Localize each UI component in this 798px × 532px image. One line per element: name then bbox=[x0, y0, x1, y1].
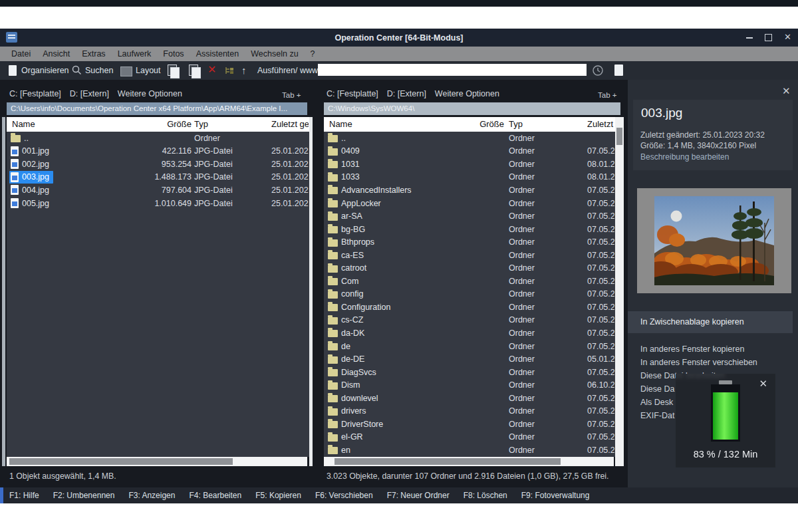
table-row[interactable]: 1033 Ordner 08.01.2 bbox=[324, 171, 615, 184]
left-new-tab-button[interactable]: Tab + bbox=[282, 91, 301, 99]
table-row[interactable]: downlevel Ordner 07.05.2 bbox=[324, 392, 615, 405]
folder-name-cell[interactable]: .. bbox=[327, 132, 350, 145]
column-modified[interactable]: Zuletzt ge bbox=[271, 119, 309, 129]
folder-name-cell[interactable]: en bbox=[327, 444, 354, 457]
folder-name-cell[interactable]: 1033 bbox=[327, 171, 364, 184]
folder-name-cell[interactable]: bg-BG bbox=[327, 223, 369, 236]
up-arrow-icon[interactable]: ↑ bbox=[241, 65, 247, 76]
function-key-button[interactable]: F3: Anzeigen bbox=[128, 491, 175, 500]
menu-item[interactable]: Ansicht bbox=[37, 49, 76, 59]
table-row[interactable]: 001.jpg 422.116 JPG-Datei 25.01.202 bbox=[7, 145, 309, 158]
folder-name-cell[interactable]: 1031 bbox=[327, 158, 364, 171]
menu-item[interactable]: ? bbox=[305, 49, 321, 59]
column-size[interactable]: Größe bbox=[479, 119, 504, 129]
table-row[interactable]: ca-ES Ordner 07.05.2 bbox=[324, 249, 615, 262]
table-row[interactable]: DiagSvcs Ordner 07.05.2 bbox=[324, 366, 615, 379]
right-path-bar[interactable]: C:\Windows\SysWOW64\ bbox=[324, 102, 620, 115]
column-type[interactable]: Typ bbox=[194, 119, 208, 129]
table-row[interactable]: bg-BG Ordner 07.05.2 bbox=[324, 223, 615, 236]
menu-item[interactable]: Wechseln zu bbox=[245, 49, 304, 59]
table-row[interactable]: 005.jpg 1.010.649 JPG-Datei 25.01.202 bbox=[7, 197, 309, 210]
left-horizontal-scrollbar[interactable] bbox=[7, 457, 307, 466]
folder-name-cell[interactable]: DiagSvcs bbox=[327, 366, 380, 379]
tab-drive-d[interactable]: D: [Extern] bbox=[387, 89, 426, 98]
folder-name-cell[interactable]: Configuration bbox=[327, 301, 394, 314]
table-row[interactable]: AppLocker Ordner 07.05.2 bbox=[324, 197, 615, 210]
table-row[interactable]: 003.jpg 1.488.173 JPG-Datei 25.01.202 bbox=[7, 171, 309, 184]
delete-icon[interactable]: ✕ bbox=[207, 63, 216, 76]
menu-item[interactable]: Datei bbox=[5, 49, 37, 59]
function-key-button[interactable]: F8: Löschen bbox=[464, 491, 507, 500]
tab-more-options[interactable]: Weitere Optionen bbox=[118, 89, 182, 98]
table-row[interactable]: drivers Ordner 07.05.2 bbox=[324, 404, 615, 418]
search-icon[interactable] bbox=[72, 65, 82, 75]
table-row[interactable]: el-GR Ordner 07.05.2 bbox=[324, 431, 615, 444]
folder-name-cell[interactable]: config bbox=[327, 288, 367, 301]
file-name-cell[interactable]: .. bbox=[9, 132, 33, 145]
folder-name-cell[interactable]: Bthprops bbox=[327, 235, 378, 249]
folder-name-cell[interactable]: ca-ES bbox=[327, 249, 368, 262]
folder-name-cell[interactable]: ar-SA bbox=[327, 209, 366, 223]
table-row[interactable]: da-DK Ordner 07.05.2 bbox=[324, 327, 615, 340]
tab-more-options[interactable]: Weitere Optionen bbox=[435, 89, 499, 98]
folder-name-cell[interactable]: 0409 bbox=[327, 145, 364, 158]
organize-button[interactable]: Organisieren bbox=[21, 66, 69, 75]
table-row[interactable]: de Ordner 07.05.2 bbox=[324, 340, 615, 353]
sidebar-action-link[interactable]: In anderes Fenster kopieren bbox=[640, 342, 757, 356]
table-row[interactable]: de-DE Ordner 05.01.2 bbox=[324, 352, 615, 366]
folder-name-cell[interactable]: Com bbox=[327, 275, 362, 288]
function-key-button[interactable]: F9: Fotoverwaltung bbox=[521, 491, 590, 500]
table-row[interactable]: ar-SA Ordner 07.05.2 bbox=[324, 209, 615, 223]
right-vscroll-thumb[interactable] bbox=[616, 128, 622, 145]
table-row[interactable]: 1031 Ordner 08.01.2 bbox=[324, 158, 615, 171]
layout-button[interactable]: Layout bbox=[136, 66, 161, 75]
folder-name-cell[interactable]: DriverStore bbox=[327, 418, 387, 431]
table-row[interactable]: DriverStore Ordner 07.05.2 bbox=[324, 418, 615, 431]
edit-description-link[interactable]: Beschreibung bearbeiten bbox=[640, 152, 729, 162]
function-key-button[interactable]: F7: Neuer Ordner bbox=[387, 491, 450, 500]
folder-name-cell[interactable]: da-DK bbox=[327, 327, 368, 340]
file-name-cell[interactable]: 005.jpg bbox=[9, 197, 53, 210]
copy-to-clipboard-action[interactable]: In Zwischenablage kopieren bbox=[628, 311, 793, 333]
table-row[interactable]: AdvancedInstallers Ordner 07.05.2 bbox=[324, 184, 615, 197]
table-row[interactable]: 0409 Ordner 07.05.2 bbox=[324, 145, 615, 158]
right-horizontal-scrollbar[interactable] bbox=[324, 457, 614, 466]
history-clock-icon[interactable] bbox=[592, 65, 604, 76]
folder-name-cell[interactable]: cs-CZ bbox=[327, 314, 367, 327]
layout-icon[interactable] bbox=[120, 66, 132, 76]
folder-name-cell[interactable]: downlevel bbox=[327, 392, 382, 405]
table-row[interactable]: Configuration Ordner 07.05.2 bbox=[324, 301, 615, 314]
close-button[interactable]: ✕ bbox=[784, 33, 791, 42]
file-name-cell[interactable]: 003.jpg bbox=[9, 171, 53, 184]
right-vertical-scrollbar[interactable] bbox=[615, 117, 624, 466]
tab-drive-c[interactable]: C: [Festplatte] bbox=[9, 89, 61, 98]
column-size[interactable]: Größe bbox=[167, 119, 192, 129]
column-name[interactable]: Name bbox=[329, 119, 352, 129]
run-input[interactable] bbox=[318, 64, 587, 76]
function-key-button[interactable]: F2: Umbenennen bbox=[53, 491, 115, 500]
table-row[interactable]: config Ordner 07.05.2 bbox=[324, 288, 615, 301]
folder-name-cell[interactable]: de-DE bbox=[327, 352, 368, 366]
folder-name-cell[interactable]: AdvancedInstallers bbox=[327, 184, 416, 197]
sidebar-close-icon[interactable]: ✕ bbox=[782, 85, 791, 97]
folder-tree-icon[interactable] bbox=[225, 66, 235, 75]
right-new-tab-button[interactable]: Tab + bbox=[598, 91, 616, 99]
organize-icon[interactable] bbox=[9, 65, 17, 76]
table-row[interactable]: cs-CZ Ordner 07.05.2 bbox=[324, 314, 615, 327]
function-key-button[interactable]: F5: Kopieren bbox=[255, 491, 301, 500]
function-key-button[interactable]: F1: Hilfe bbox=[9, 491, 39, 500]
tab-drive-d[interactable]: D: [Extern] bbox=[70, 89, 109, 98]
folder-name-cell[interactable]: catroot bbox=[327, 261, 370, 275]
table-row[interactable]: 004.jpg 797.604 JPG-Datei 25.01.202 bbox=[7, 184, 309, 197]
menu-item[interactable]: Assistenten bbox=[190, 49, 245, 59]
document-icon[interactable] bbox=[614, 65, 623, 76]
folder-name-cell[interactable]: el-GR bbox=[327, 431, 367, 444]
column-type[interactable]: Typ bbox=[509, 119, 523, 129]
column-modified[interactable]: Zuletzt bbox=[587, 119, 614, 129]
left-path-bar[interactable]: C:\Users\info\Documents\Operation Center… bbox=[7, 102, 307, 115]
duplicate-icon[interactable] bbox=[189, 65, 198, 76]
folder-name-cell[interactable]: Dism bbox=[327, 378, 364, 392]
file-name-cell[interactable]: 004.jpg bbox=[9, 184, 53, 197]
table-row[interactable]: Com Ordner 07.05.2 bbox=[324, 275, 615, 288]
table-row[interactable]: en Ordner 07.05.2 bbox=[324, 444, 615, 457]
